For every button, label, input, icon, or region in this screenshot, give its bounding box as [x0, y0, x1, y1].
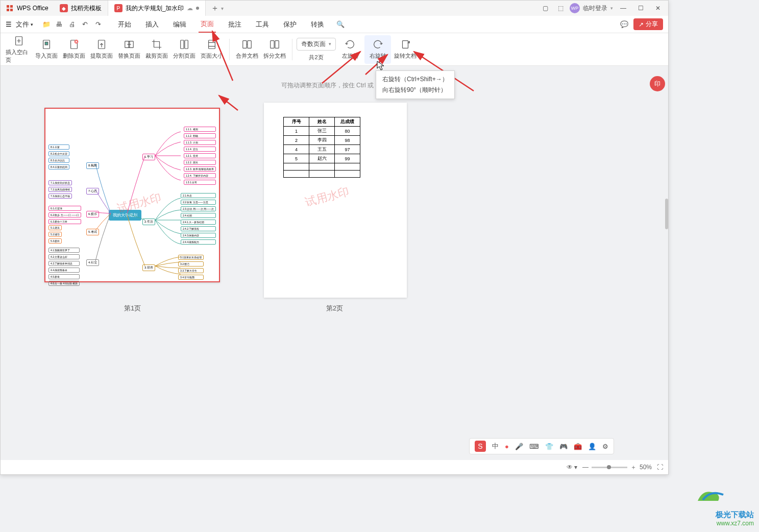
tab-edit[interactable]: 编辑: [171, 17, 188, 32]
close-button[interactable]: ✕: [651, 1, 665, 15]
gear-icon[interactable]: ⚙: [602, 443, 608, 450]
statusbar: 👁 ▾ — ＋ 50% ⛶: [1, 460, 668, 474]
site-watermark: 极光下载站 www.xz7.com: [693, 486, 754, 527]
mic-icon[interactable]: 🎤: [515, 443, 523, 450]
insert-blank-button[interactable]: 插入空白页: [6, 35, 32, 64]
view-icon[interactable]: 👁 ▾: [567, 464, 577, 471]
login-status[interactable]: 临时登录: [583, 4, 607, 13]
page-thumbnail-2[interactable]: 序号姓名总成绩 1张三80 2李四98 4王五97 5赵六99 试用水印: [264, 103, 407, 298]
annotation-arrow: [320, 47, 365, 86]
svg-rect-11: [243, 41, 247, 49]
zoom-in-icon[interactable]: ＋: [630, 463, 636, 472]
tab-add[interactable]: ＋▾: [206, 3, 229, 14]
file-menu[interactable]: 文件▾: [16, 20, 33, 29]
mindmap-content: 我的大学规划 1.学习 2.生活 3.宿舍 4.社交 5.考试 6.娱乐 7.心…: [45, 109, 219, 281]
panel-icon[interactable]: ▢: [539, 1, 551, 15]
sogou-icon: S: [475, 441, 486, 452]
user-avatar[interactable]: WP: [570, 3, 580, 13]
svg-rect-14: [275, 41, 279, 49]
tab-convert[interactable]: 转换: [309, 17, 326, 32]
modified-dot-icon: [196, 7, 199, 10]
page-thumbnail-1[interactable]: 我的大学规划 1.学习 2.生活 3.宿舍 4.社交 5.考试 6.娱乐 7.心…: [44, 108, 220, 282]
ime-toolbar[interactable]: S 中 ● 🎤 ⌨ 👕 🎮 🧰 👤 ⚙: [469, 438, 614, 454]
extract-page-button[interactable]: 提取页面: [88, 35, 115, 64]
workspace: 可拖动调整页面顺序，按住 Ctrl 或 Shift 我的大学规划 1.学习 2.…: [1, 66, 668, 460]
page1-label: 第1页: [124, 304, 141, 313]
save-icon[interactable]: 🖶: [56, 20, 64, 29]
tab-insert[interactable]: 插入: [143, 17, 161, 32]
shirt-icon[interactable]: 👕: [545, 443, 553, 450]
merge-doc-button[interactable]: 合并文档: [234, 35, 260, 64]
tab-protect[interactable]: 保护: [281, 17, 299, 32]
svg-rect-15: [403, 41, 408, 49]
page2-label: 第2页: [326, 304, 343, 313]
template-icon: ◆: [60, 4, 68, 12]
wps-logo-icon: [6, 4, 14, 12]
open-icon[interactable]: 📁: [42, 20, 51, 29]
cube-icon[interactable]: ⬚: [554, 1, 567, 15]
delete-page-button[interactable]: 删除页面: [61, 35, 87, 64]
keyboard-icon[interactable]: ⌨: [529, 443, 539, 450]
app-name: WPS Office: [17, 5, 48, 12]
cursor-icon: [377, 61, 385, 71]
crop-page-button[interactable]: 裁剪页面: [143, 35, 170, 64]
tab-document[interactable]: P 我的大学规划_加水印 ☁: [108, 1, 206, 16]
app-window: WPS Office ◆ 找稻壳模板 P 我的大学规划_加水印 ☁ ＋▾ ▢ ⬚…: [0, 0, 669, 475]
split-page-button[interactable]: 分割页面: [171, 35, 198, 64]
hamburger-icon[interactable]: ☰: [6, 20, 12, 28]
app-brand: WPS Office: [1, 4, 54, 12]
annotation-arrow: [194, 27, 235, 83]
svg-rect-2: [45, 42, 48, 45]
split-doc-button[interactable]: 拆分文档: [261, 35, 288, 64]
chat-icon[interactable]: 💬: [620, 20, 628, 28]
annotation-arrow: [215, 92, 240, 113]
tab-tool[interactable]: 工具: [254, 17, 271, 32]
redo-icon[interactable]: ↷: [95, 20, 104, 29]
svg-rect-9: [185, 40, 188, 49]
fullscreen-icon[interactable]: ⛶: [657, 464, 663, 471]
minimize-button[interactable]: —: [616, 1, 630, 15]
tooltip: 右旋转（Ctrl+Shift+→） 向右旋转90°（顺时针）: [376, 70, 455, 99]
toolbox-icon[interactable]: 🧰: [574, 443, 582, 450]
pdf-icon: P: [114, 4, 123, 12]
zoom-out-icon[interactable]: —: [582, 464, 589, 471]
search-icon[interactable]: 🔍: [336, 20, 345, 28]
print-icon[interactable]: 🖨: [69, 20, 77, 29]
replace-page-button[interactable]: 替换页面: [116, 35, 142, 64]
import-page-button[interactable]: 导入页面: [33, 35, 60, 64]
tab-template[interactable]: ◆ 找稻壳模板: [54, 1, 108, 16]
svg-rect-8: [181, 40, 184, 49]
cloud-icon: ☁: [187, 5, 193, 12]
maximize-button[interactable]: ☐: [633, 1, 648, 15]
score-table: 序号姓名总成绩 1张三80 2李四98 4王五97 5赵六99: [283, 117, 360, 178]
stamp-float-button[interactable]: 印: [650, 76, 665, 91]
undo-icon[interactable]: ↶: [82, 20, 90, 29]
share-button[interactable]: ↗ 分享: [633, 18, 663, 30]
game-icon[interactable]: 🎮: [559, 443, 568, 450]
tab-start[interactable]: 开始: [116, 17, 133, 32]
svg-rect-13: [271, 41, 274, 49]
menubar: ☰ 文件▾ 📁 🖶 🖨 ↶ ↷ 开始 插入 编辑 页面 批注 工具 保护 转换 …: [1, 16, 668, 33]
user-icon[interactable]: 👤: [588, 443, 596, 450]
titlebar: WPS Office ◆ 找稻壳模板 P 我的大学规划_加水印 ☁ ＋▾ ▢ ⬚…: [1, 1, 668, 16]
zoom-value: 50%: [640, 464, 652, 471]
zoom-control[interactable]: — ＋ 50%: [582, 463, 652, 472]
scrollbar[interactable]: [665, 199, 668, 229]
svg-rect-12: [248, 41, 251, 49]
